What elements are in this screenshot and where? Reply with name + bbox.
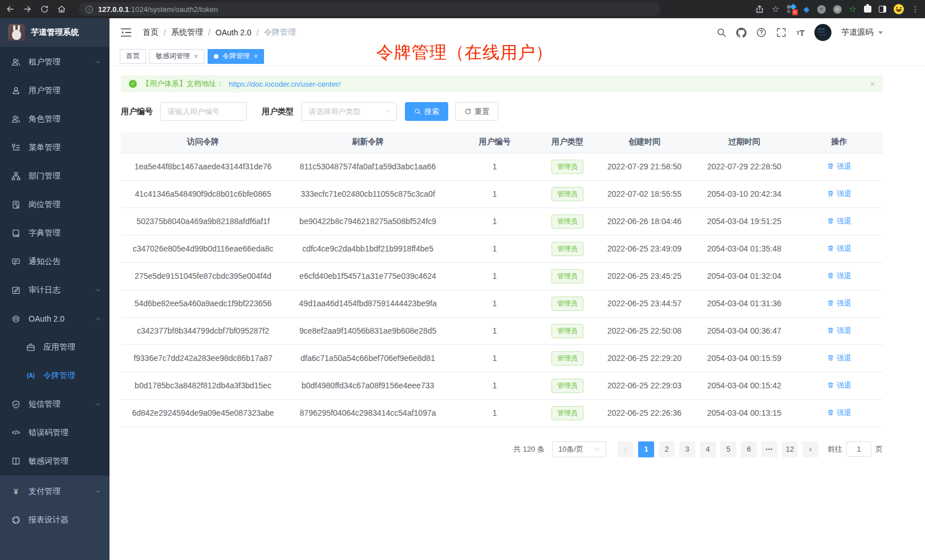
force-logout-button[interactable]: 强退 (827, 380, 851, 391)
sidebar-item-sensitive-word[interactable]: 敏感词管理 (0, 447, 109, 476)
breadcrumb: 首页 / 系统管理 / OAuth 2.0 / 令牌管理 (143, 27, 296, 38)
logo-avatar (8, 24, 25, 41)
sidebar-item-report-designer[interactable]: 报表设计器 (0, 506, 109, 534)
browser-menu-icon[interactable]: ⋮ (911, 5, 919, 14)
page-ellipsis[interactable]: ••• (761, 441, 777, 457)
force-logout-button[interactable]: 强退 (827, 189, 851, 199)
sidebar-item-sms[interactable]: 短信管理 (0, 390, 109, 419)
user-type-select[interactable] (301, 102, 397, 121)
sidebar-toggle-icon[interactable] (879, 6, 886, 13)
refresh-token-cell: 333ecfc71e02480cb11055c875c3ca0f (285, 180, 451, 208)
prev-page-button[interactable]: ‹ (618, 441, 634, 457)
username[interactable]: 芋道源码 (841, 27, 873, 38)
refresh-icon (464, 108, 472, 115)
user-menu-caret-icon[interactable] (878, 31, 883, 34)
sidebar-item-oauth-token[interactable]: (A) 令牌管理 (0, 362, 109, 390)
extension-badge-icon[interactable]: 9 (787, 5, 796, 14)
alert-close-icon[interactable]: × (870, 79, 875, 88)
url-text: 127.0.0.1:1024/system/oauth2/token (98, 5, 218, 14)
page-button-5[interactable]: 5 (720, 441, 736, 457)
page-button-4[interactable]: 4 (700, 441, 716, 457)
bookmark-star-icon[interactable]: ☆ (772, 4, 779, 14)
sidebar-item-error-code[interactable]: </> 错误码管理 (0, 419, 109, 447)
gem-extension-icon[interactable]: ◆ (804, 5, 810, 14)
forward-icon[interactable] (23, 5, 32, 14)
back-icon[interactable] (6, 5, 15, 14)
app-logo[interactable]: 芋道管理系统 (0, 18, 109, 47)
user-type-select-input[interactable] (301, 102, 397, 121)
actions-cell: 强退 (796, 153, 883, 180)
sidebar-item-oauth[interactable]: OAuth 2.0 (0, 305, 109, 333)
collapse-sidebar-icon[interactable] (120, 26, 132, 39)
force-logout-button[interactable]: 强退 (827, 353, 851, 363)
table-row: 54d6be82ee5a460a9aedc1f9bf223656 49d1aa4… (121, 290, 883, 317)
force-logout-button[interactable]: 强退 (827, 326, 851, 336)
breadcrumb-oauth[interactable]: OAuth 2.0 (216, 28, 251, 37)
page-button-3[interactable]: 3 (679, 441, 695, 457)
sidebar-item-oauth-app[interactable]: 应用管理 (0, 333, 109, 362)
sidebar-item-menu[interactable]: 菜单管理 (0, 133, 109, 162)
sidebar-item-post[interactable]: 岗位管理 (0, 190, 109, 219)
trash-icon (827, 299, 834, 307)
page-button-12[interactable]: 12 (782, 441, 798, 457)
extensions-puzzle-icon[interactable] (864, 6, 871, 13)
user-type-tag: 管理员 (551, 297, 583, 311)
font-size-icon[interactable]: тT (796, 27, 805, 38)
share-icon[interactable] (755, 5, 764, 14)
force-logout-button[interactable]: 强退 (827, 161, 851, 172)
profile-avatar-icon[interactable] (894, 4, 904, 14)
breadcrumb-current: 令牌管理 (264, 27, 296, 38)
github-icon[interactable] (736, 27, 747, 38)
record-extension-icon[interactable] (833, 5, 842, 14)
user-type-tag: 管理员 (551, 187, 583, 201)
sidebar-item-dept[interactable]: 部门管理 (0, 162, 109, 190)
page-button-2[interactable]: 2 (659, 441, 675, 457)
home-icon[interactable] (57, 5, 66, 14)
breadcrumb-system[interactable]: 系统管理 (171, 27, 203, 38)
green-star-extension-icon[interactable]: ☆ (849, 4, 857, 14)
col-access-token: 访问令牌 (121, 132, 285, 153)
goto-page-input[interactable] (846, 441, 871, 457)
table-row: 41c41346a548490f9dc8b01c6bfe0865 333ecfc… (121, 180, 883, 208)
close-tab-icon[interactable]: × (254, 52, 258, 60)
pay-yen-icon: ¥ (11, 487, 21, 496)
page-button-1[interactable]: 1 (638, 441, 654, 457)
fullscreen-icon[interactable] (776, 27, 786, 38)
force-logout-button[interactable]: 强退 (827, 271, 851, 281)
doc-link[interactable]: https://doc.iocoder.cn/user-center/ (229, 80, 340, 88)
expire-time-cell: 2054-03-04 00:15:42 (693, 372, 796, 399)
sidebar-item-audit-log[interactable]: 审计日志 (0, 276, 109, 305)
reset-button[interactable]: 重置 (455, 102, 498, 121)
search-button[interactable]: 搜索 (405, 102, 448, 121)
user-id-input[interactable] (160, 102, 247, 121)
next-page-button[interactable]: › (802, 441, 818, 457)
user-avatar[interactable] (814, 24, 831, 41)
sidebar-item-pay[interactable]: ¥ 支付管理 (0, 477, 109, 506)
tab-token-manage[interactable]: 令牌管理 × (208, 49, 264, 64)
search-icon[interactable] (716, 27, 727, 38)
user-id-cell: 1 (451, 262, 539, 290)
force-logout-button[interactable]: 强退 (827, 244, 851, 254)
breadcrumb-home[interactable]: 首页 (143, 27, 159, 38)
page-button-6[interactable]: 6 (741, 441, 757, 457)
sidebar-item-notice[interactable]: 通知公告 (0, 247, 109, 276)
help-icon[interactable] (756, 27, 766, 38)
expire-time-cell: 2054-03-04 01:31:36 (693, 290, 796, 317)
command-extension-icon[interactable]: ✳ (817, 5, 826, 14)
close-tab-icon[interactable]: × (194, 52, 198, 60)
address-bar[interactable]: i 127.0.0.1:1024/system/oauth2/token (79, 2, 660, 16)
page-size-select[interactable]: 10条/页 (553, 441, 606, 457)
sidebar-item-dict[interactable]: 字典管理 (0, 219, 109, 247)
sidebar-item-role[interactable]: 角色管理 (0, 105, 109, 133)
sidebar-item-user[interactable]: 用户管理 (0, 76, 109, 105)
site-info-icon[interactable]: i (86, 6, 93, 13)
force-logout-button[interactable]: 强退 (827, 408, 851, 418)
force-logout-button[interactable]: 强退 (827, 298, 851, 309)
force-logout-button[interactable]: 强退 (827, 216, 851, 226)
user-type-cell: 管理员 (539, 208, 596, 235)
tab-bar: 首页 敏感词管理 × 令牌管理 × (109, 47, 925, 66)
reload-icon[interactable] (40, 5, 49, 14)
tab-home[interactable]: 首页 (120, 49, 146, 64)
sidebar-item-tenant[interactable]: 租户管理 (0, 48, 109, 76)
tab-sensitive-word[interactable]: 敏感词管理 × (149, 49, 204, 64)
